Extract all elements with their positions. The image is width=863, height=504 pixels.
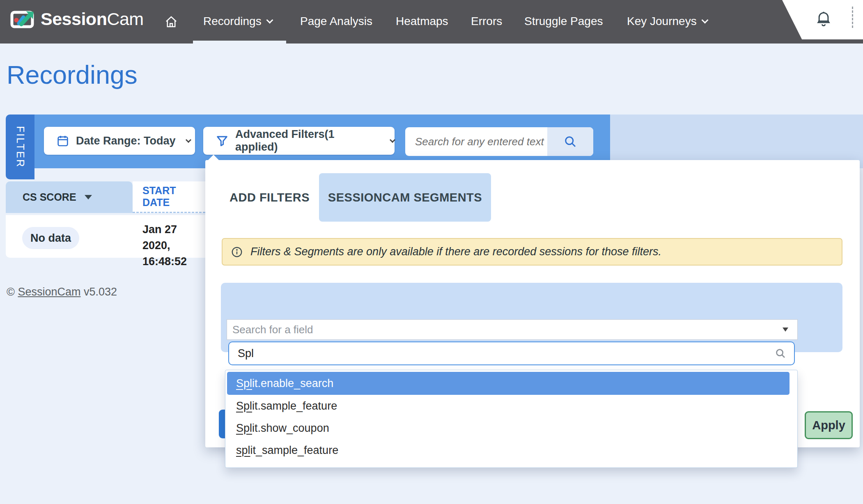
dropdown-arrow-icon xyxy=(783,328,788,332)
active-tab-indicator xyxy=(193,41,286,44)
field-option[interactable]: Split.enable_search xyxy=(227,372,790,395)
advanced-filters-panel: ADD FILTERS SESSIONCAM SEGMENTS Filters … xyxy=(205,160,860,447)
apply-button[interactable]: Apply xyxy=(805,411,853,439)
footer-copyright: © SessionCam v5.032 xyxy=(7,286,117,298)
chevron-down-icon xyxy=(701,17,708,24)
field-option[interactable]: Split.sample_feature xyxy=(236,395,337,417)
footer-version: v5.032 xyxy=(84,286,117,298)
footer-brand-link[interactable]: SessionCam xyxy=(18,286,80,298)
date-range-button[interactable]: Date Range: Today xyxy=(44,127,195,155)
info-banner: Filters & Segments are only available if… xyxy=(222,238,842,266)
chevron-down-icon xyxy=(266,17,273,24)
calendar-icon xyxy=(56,134,69,147)
field-search-input[interactable]: Spl xyxy=(228,341,795,365)
filter-side-tab[interactable]: FILTER xyxy=(6,115,34,179)
brand-name: SessionCam xyxy=(41,9,144,29)
column-header-cs-score[interactable]: CS SCORE xyxy=(6,181,133,213)
chevron-down-icon xyxy=(185,137,191,143)
advanced-filters-button[interactable]: Advanced Filters(1 applied) xyxy=(203,127,395,155)
nav-item-heatmaps[interactable]: Heatmaps xyxy=(396,15,448,28)
more-options-icon[interactable] xyxy=(852,7,853,28)
sessioncam-logo-icon xyxy=(10,9,36,29)
nav-item-recordings-label: Recordings xyxy=(203,15,262,28)
advanced-filters-label: Advanced Filters(1 applied) xyxy=(235,128,380,153)
nav-item-recordings[interactable]: Recordings xyxy=(203,15,272,28)
field-option[interactable]: split_sample_feature xyxy=(236,439,338,461)
panel-pointer-notch xyxy=(208,155,219,160)
field-select-placeholder: Search for a field xyxy=(232,323,783,336)
table-row[interactable]: No data Jan 27 2020, 16:48:52 xyxy=(6,215,205,258)
notification-bell-icon[interactable] xyxy=(815,10,832,28)
cs-score-badge: No data xyxy=(22,227,79,249)
date-range-label: Date Range: Today xyxy=(76,135,176,147)
home-icon[interactable] xyxy=(164,15,178,29)
top-nav: SessionCam Recordings Page Analysis Heat… xyxy=(0,0,863,44)
field-option[interactable]: Split.show_coupon xyxy=(236,417,329,439)
text-search-input[interactable]: Search for any entered text xyxy=(405,127,593,156)
tab-add-filters[interactable]: ADD FILTERS xyxy=(230,173,310,222)
tab-sessioncam-segments[interactable]: SESSIONCAM SEGMENTS xyxy=(319,173,491,222)
nav-item-errors[interactable]: Errors xyxy=(471,15,502,28)
funnel-icon xyxy=(216,134,229,147)
info-banner-text: Filters & Segments are only available if… xyxy=(250,245,661,258)
brand-logo[interactable]: SessionCam xyxy=(10,9,144,29)
nav-item-struggle-pages[interactable]: Struggle Pages xyxy=(524,15,603,28)
nav-item-key-journeys[interactable]: Key Journeys xyxy=(627,15,707,28)
info-icon xyxy=(231,246,243,258)
sort-descending-icon xyxy=(85,195,92,199)
nav-right-panel xyxy=(782,0,863,39)
search-icon xyxy=(774,347,787,360)
start-date-value: Jan 27 2020, 16:48:52 xyxy=(142,222,205,270)
filter-side-tab-label: FILTER xyxy=(14,126,26,168)
page-title: Recordings xyxy=(7,60,138,89)
chevron-down-icon xyxy=(390,137,395,143)
text-search-placeholder: Search for any entered text xyxy=(405,135,547,148)
field-options-dropdown: Split.enable_search Split.sample_feature… xyxy=(225,370,798,468)
nav-item-page-analysis[interactable]: Page Analysis xyxy=(300,15,372,28)
column-header-start-date[interactable]: START DATE xyxy=(133,181,205,213)
search-icon xyxy=(563,134,578,149)
search-button[interactable] xyxy=(547,127,593,156)
field-search-value: Spl xyxy=(238,347,774,360)
field-select[interactable]: Search for a field xyxy=(227,319,798,340)
